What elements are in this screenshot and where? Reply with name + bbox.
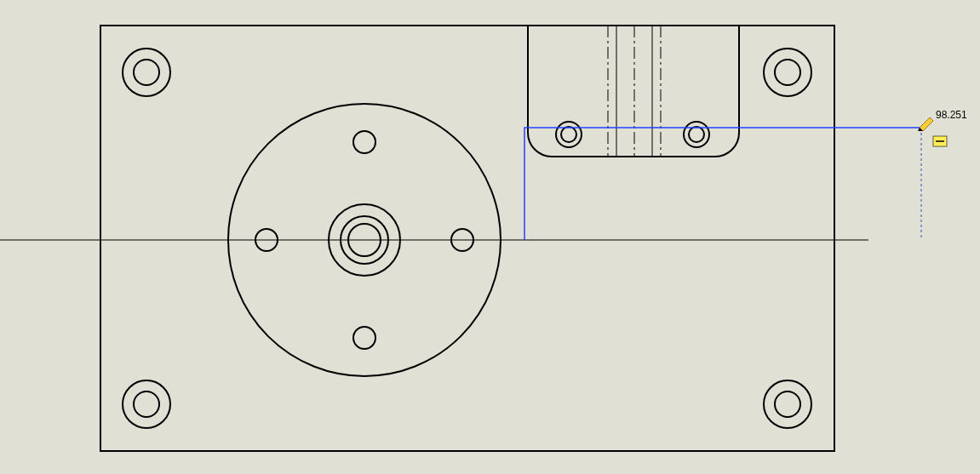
corner-hole-tr bbox=[764, 49, 811, 96]
svg-point-3 bbox=[775, 60, 800, 85]
drawing-canvas[interactable] bbox=[0, 0, 980, 474]
svg-point-19 bbox=[689, 127, 704, 142]
svg-point-12 bbox=[353, 131, 375, 153]
bracket bbox=[528, 26, 739, 157]
svg-point-7 bbox=[775, 391, 800, 417]
svg-point-1 bbox=[134, 60, 159, 85]
svg-point-2 bbox=[764, 49, 811, 96]
corner-hole-bl bbox=[123, 380, 170, 428]
svg-point-13 bbox=[353, 327, 375, 349]
base-plate bbox=[100, 26, 834, 451]
svg-point-16 bbox=[556, 122, 582, 147]
corner-hole-tl bbox=[123, 49, 170, 96]
corner-hole-br bbox=[764, 380, 811, 428]
svg-point-6 bbox=[764, 380, 811, 428]
active-sketch-line[interactable] bbox=[524, 128, 921, 240]
svg-point-0 bbox=[123, 49, 170, 96]
pencil-cursor-icon bbox=[918, 117, 933, 131]
horizontal-constraint-badge bbox=[933, 136, 947, 146]
svg-point-17 bbox=[561, 127, 576, 142]
svg-point-18 bbox=[684, 122, 709, 147]
svg-point-4 bbox=[123, 380, 170, 428]
svg-marker-25 bbox=[920, 117, 933, 131]
svg-point-5 bbox=[134, 391, 159, 417]
dimension-readout: 98.251 bbox=[936, 109, 967, 121]
